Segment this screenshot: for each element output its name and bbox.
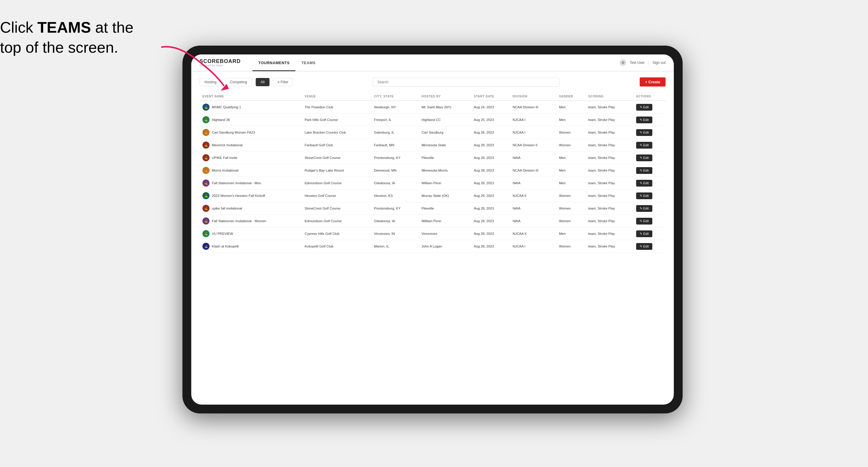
actions-cell: ✎ Edit — [633, 152, 665, 164]
edit-button[interactable]: ✎ Edit — [636, 104, 652, 111]
hosted-by-cell: Highland CC — [419, 114, 471, 126]
settings-icon[interactable]: ⚙ — [620, 59, 626, 66]
instruction-line1: Click TEAMS at the — [0, 19, 133, 36]
search-input[interactable] — [373, 78, 560, 87]
division-cell: NCAA Division III — [509, 164, 556, 177]
event-icon: ⛳ — [203, 192, 210, 199]
event-name: MSMC Qualifying 1 — [212, 105, 241, 109]
arrow-indicator — [156, 41, 259, 100]
start-date-cell: Aug 28, 2023 — [471, 227, 509, 240]
gender-cell: Women — [556, 126, 585, 139]
event-name: 2023 Women's Hesston Fall Kickoff — [212, 194, 265, 197]
col-hosted-by: HOSTED BY — [419, 92, 471, 101]
edit-button[interactable]: ✎ Edit — [636, 205, 652, 212]
actions-cell: ✎ Edit — [633, 189, 665, 202]
nav-links: TOURNAMENTS TEAMS — [252, 55, 620, 71]
hosted-by-cell: Vincennes — [419, 227, 471, 240]
event-icon: ⛳ — [203, 230, 210, 237]
event-name-cell: ⛳ Maverick Invitational — [199, 139, 302, 152]
instruction-bold: TEAMS — [37, 19, 91, 36]
event-name: upike fall invitational — [212, 207, 242, 210]
gender-cell: Women — [556, 189, 585, 202]
event-icon: ⛳ — [203, 205, 210, 212]
division-cell: NCAA Division II — [509, 139, 556, 152]
scoring-cell: team, Stroke Play — [585, 139, 633, 152]
actions-cell: ✎ Edit — [633, 215, 665, 227]
edit-button[interactable]: ✎ Edit — [636, 117, 652, 123]
filter-bar: Hosting Competing All ≡ Filter + Create — [199, 77, 665, 87]
instruction-text: Click TEAMS at the top of the screen. — [0, 18, 133, 57]
tournaments-table: EVENT NAME VENUE CITY, STATE HOSTED BY S… — [199, 92, 665, 253]
edit-button[interactable]: ✎ Edit — [636, 218, 652, 224]
gender-cell: Men — [556, 101, 585, 114]
hosted-by-cell: William Penn — [419, 177, 471, 189]
division-cell: NAIA — [509, 215, 556, 227]
venue-cell: Cypress Hills Golf Club — [302, 227, 371, 240]
start-date-cell: Aug 28, 2023 — [471, 202, 509, 215]
event-name-cell: ⛳ Fall Statesmen Invitational - Men — [199, 177, 302, 189]
event-name-cell: ⛳ Fall Statesmen Invitational - Women — [199, 215, 302, 227]
actions-cell: ✎ Edit — [633, 101, 665, 114]
event-icon: ⛳ — [203, 116, 210, 123]
tablet-frame: SCOREBOARD Powered by clippl TOURNAMENTS… — [182, 45, 683, 413]
table-row: ⛳ Klash at Kokopelli Kokopelli Golf Club… — [199, 240, 665, 253]
division-cell: NCAA Division III — [509, 101, 556, 114]
city-state-cell: Freeport, IL — [371, 114, 419, 126]
division-cell: NJCAA II — [509, 189, 556, 202]
venue-cell: Hesston Golf Course — [302, 189, 371, 202]
start-date-cell: Aug 28, 2023 — [471, 189, 509, 202]
city-state-cell: Galesburg, IL — [371, 126, 419, 139]
edit-button[interactable]: ✎ Edit — [636, 142, 652, 149]
event-name-cell: ⛳ MSMC Qualifying 1 — [199, 101, 302, 114]
nav-teams[interactable]: TEAMS — [296, 55, 321, 71]
scoring-cell: team, Stroke Play — [585, 126, 633, 139]
table-row: ⛳ Highland 36 Park Hills Golf Course Fre… — [199, 114, 665, 126]
venue-cell: Ruttger's Bay Lake Resort — [302, 164, 371, 177]
edit-button[interactable]: ✎ Edit — [636, 192, 652, 199]
edit-button[interactable]: ✎ Edit — [636, 167, 652, 174]
navbar: SCOREBOARD Powered by clippl TOURNAMENTS… — [191, 55, 674, 71]
city-state-cell: Faribault, MN — [371, 139, 419, 152]
event-name-cell: ⛳ Morris Invitational — [199, 164, 302, 177]
start-date-cell: Aug 28, 2023 — [471, 215, 509, 227]
event-name: Maverick Invitational — [212, 143, 243, 147]
event-name: Highland 36 — [212, 118, 230, 122]
division-cell: NJCAA I — [509, 126, 556, 139]
gender-cell: Men — [556, 227, 585, 240]
gender-cell: Men — [556, 152, 585, 164]
table-row: ⛳ Morris Invitational Ruttger's Bay Lake… — [199, 164, 665, 177]
edit-button[interactable]: ✎ Edit — [636, 155, 652, 161]
table-row: ⛳ Fall Statesmen Invitational - Men Edmu… — [199, 177, 665, 189]
hosted-by-cell: Carl Sandburg — [419, 126, 471, 139]
search-box — [296, 78, 636, 87]
event-name-cell: ⛳ VU PREVIEW — [199, 227, 302, 240]
edit-button[interactable]: ✎ Edit — [636, 129, 652, 136]
create-button[interactable]: + Create — [640, 77, 665, 87]
scoring-cell: team, Stroke Play — [585, 202, 633, 215]
city-state-cell: Oskaloosa, IA — [371, 177, 419, 189]
table-row: ⛳ 2023 Women's Hesston Fall Kickoff Hess… — [199, 189, 665, 202]
start-date-cell: Aug 24, 2023 — [471, 101, 509, 114]
col-scoring: SCORING — [585, 92, 633, 101]
event-icon: ⛳ — [203, 142, 210, 149]
venue-cell: Kokopelli Golf Club — [302, 240, 371, 253]
edit-button[interactable]: ✎ Edit — [636, 230, 652, 237]
event-name-cell: ⛳ 2023 Women's Hesston Fall Kickoff — [199, 189, 302, 202]
city-state-cell: Prestonsburg, KY — [371, 202, 419, 215]
gender-cell: Men — [556, 177, 585, 189]
filter-options-btn[interactable]: ≡ Filter — [273, 78, 293, 86]
edit-button[interactable]: ✎ Edit — [636, 180, 652, 187]
start-date-cell: Aug 28, 2023 — [471, 164, 509, 177]
actions-cell: ✎ Edit — [633, 126, 665, 139]
start-date-cell: Aug 28, 2023 — [471, 240, 509, 253]
city-state-cell: Marion, IL — [371, 240, 419, 253]
nav-right: ⚙ Test User | Sign out — [620, 59, 665, 66]
col-division: DIVISION — [509, 92, 556, 101]
division-cell: NAIA — [509, 202, 556, 215]
signout-link[interactable]: Sign out — [653, 61, 665, 65]
edit-button[interactable]: ✎ Edit — [636, 243, 652, 250]
table-row: ⛳ Carl Sandburg Women FA23 Lake Bracken … — [199, 126, 665, 139]
event-icon: ⛳ — [203, 180, 210, 187]
division-cell: NJCAA I — [509, 114, 556, 126]
city-state-cell: Vincennes, IN — [371, 227, 419, 240]
